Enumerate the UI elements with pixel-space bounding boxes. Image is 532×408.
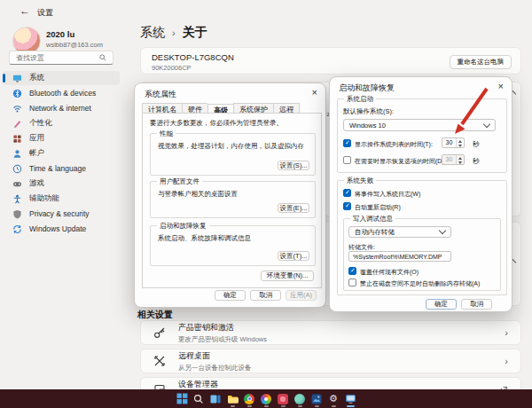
search-input[interactable] <box>14 53 99 63</box>
remote-desktop-icon <box>153 355 166 367</box>
start-button[interactable] <box>176 392 189 405</box>
group-legend: 系统失败 <box>344 177 376 185</box>
os-list-seconds-value: 30 <box>442 138 456 147</box>
color-wheel-icon[interactable] <box>260 392 273 405</box>
brush-icon <box>12 118 22 129</box>
sidebar-item-windows-update[interactable]: Windows Update <box>3 222 120 236</box>
clock-icon <box>12 163 22 174</box>
wifi-icon <box>12 103 22 114</box>
group-legend: 性能 <box>157 129 176 138</box>
user-profiles-settings-button[interactable]: 设置(E)... <box>278 203 309 213</box>
write-event-checkbox[interactable] <box>343 189 351 197</box>
startup-recovery-settings-button[interactable]: 设置(T)... <box>278 251 309 261</box>
sidebar-item-bluetooth-devices[interactable]: Bluetooth & devices <box>3 86 120 100</box>
sidebar-item-label: 个性化 <box>29 118 52 129</box>
chevron-right-icon: › <box>505 327 508 338</box>
cancel-button[interactable]: 取消 <box>461 299 492 310</box>
close-icon[interactable]: × <box>498 82 504 90</box>
spinner-down-icon[interactable] <box>457 143 464 147</box>
running-indicator <box>332 405 336 407</box>
dump-type-value: 自动内存转储 <box>355 228 395 237</box>
photos-icon[interactable] <box>310 392 324 405</box>
performance-settings-button[interactable]: 设置(S)... <box>278 161 309 170</box>
sidebar-item-label: 游戏 <box>29 178 44 189</box>
auto-restart-checkbox[interactable] <box>343 202 351 210</box>
taskbar-search-icon[interactable] <box>192 392 206 405</box>
sidebar-item-personalization[interactable]: 个性化 <box>3 116 120 130</box>
accessibility-icon <box>12 193 22 204</box>
ok-button[interactable]: 确定 <box>215 290 246 301</box>
overwrite-label: 覆盖任何现有文件(O) <box>360 268 419 277</box>
show-os-list-label: 显示操作系统列表的时间(T): <box>355 140 433 149</box>
ok-button[interactable]: 确定 <box>426 299 457 310</box>
environment-variables-button[interactable]: 环境变量(N)... <box>261 271 314 281</box>
recovery-seconds-value: 30 <box>442 155 456 164</box>
system-properties-dialog: 系统属性 × 计算机名硬件高级系统保护远程 要进行大多数更改，你必须作为管理员登… <box>134 82 326 308</box>
group-legend: 启动和故障恢复 <box>157 222 209 231</box>
overwrite-checkbox[interactable] <box>348 267 356 275</box>
chrome-icon[interactable] <box>243 392 256 405</box>
rename-pc-button[interactable]: 重命名这台电脑 <box>450 55 512 69</box>
red-app-icon[interactable] <box>277 392 290 405</box>
chevron-down-icon <box>439 227 446 234</box>
sidebar-item-accounts[interactable]: 帐户 <box>3 146 120 161</box>
sidebar-item-gaming[interactable]: 游戏 <box>3 177 120 191</box>
monitor-icon <box>12 73 22 83</box>
chevron-down-icon <box>483 120 490 127</box>
related-item-product-key[interactable]: 产品密钥和激活 更改产品密钥或升级 Windows › <box>140 320 521 345</box>
settings-gear-icon[interactable]: ⚙ <box>327 392 340 405</box>
group-legend: 系统启动 <box>344 95 376 104</box>
group-system-startup: 系统启动 默认操作系统(S): Windows 10 显示操作系统列表的时间(T… <box>337 98 507 173</box>
sidebar-item-label: 应用 <box>29 133 44 144</box>
group-system-failure: 系统失败 将事件写入系统日志(W) 自动重新启动(R) 写入调试信息 自动内存转… <box>337 180 507 295</box>
sidebar-item-network-internet[interactable]: Network & internet <box>3 101 120 115</box>
sidebar-item-time-language[interactable]: Time & language <box>3 161 120 176</box>
globe-app-icon[interactable] <box>293 392 307 405</box>
related-item-title: 设备管理器 <box>178 379 285 390</box>
settings-app-active-icon[interactable] <box>344 392 357 405</box>
update-arrows-icon <box>12 224 22 234</box>
show-recovery-checkbox[interactable] <box>343 156 351 164</box>
group-desc: 与登录帐户相关的桌面设置 <box>158 190 238 199</box>
dialog-footer: 确定 取消 <box>426 299 492 310</box>
auto-restart-label: 自动重新启动(R) <box>355 203 401 212</box>
group-startup-recovery: 启动和故障恢复 系统启动、系统故障和调试信息 设置(T)... <box>150 225 316 266</box>
file-explorer-icon[interactable] <box>226 392 239 405</box>
no-delete-label: 禁止在磁盘空间不足时自动删除内存转储(A) <box>360 279 480 288</box>
cancel-button[interactable]: 取消 <box>250 290 281 301</box>
sidebar-item-label: Time & language <box>29 164 86 173</box>
task-view-icon[interactable] <box>209 392 223 405</box>
user-name: 2020 lu <box>46 29 74 39</box>
back-icon[interactable]: ← <box>20 4 30 17</box>
app-title: 设置 <box>37 7 53 19</box>
dump-type-dropdown[interactable]: 自动内存转储 <box>348 226 451 238</box>
sidebar-item-system[interactable]: 系统 <box>3 71 120 85</box>
running-indicator <box>315 405 319 407</box>
sidebar-item-privacy-security[interactable]: Privacy & security <box>3 207 120 221</box>
write-event-label: 将事件写入系统日志(W) <box>355 190 420 199</box>
close-icon[interactable]: × <box>312 88 317 97</box>
breadcrumb-root[interactable]: 系统 <box>140 25 165 41</box>
sidebar-item-accessibility[interactable]: 辅助功能 <box>3 192 120 206</box>
sidebar-item-apps[interactable]: 应用 <box>3 131 120 145</box>
no-delete-checkbox[interactable] <box>348 279 356 286</box>
running-indicator <box>247 405 252 407</box>
show-os-list-checkbox[interactable] <box>343 139 351 147</box>
group-legend: 用户配置文件 <box>157 177 202 186</box>
apply-button[interactable]: 应用(A) <box>286 290 317 301</box>
taskbar: ⚙ <box>0 389 532 408</box>
running-indicator <box>231 405 235 407</box>
os-list-seconds-spinner[interactable]: 30 <box>442 137 465 148</box>
settings-titlebar: ← 设置 <box>0 0 532 23</box>
default-os-dropdown[interactable]: Windows 10 <box>343 119 496 131</box>
group-performance: 性能 视觉效果，处理器计划，内存使用，以及虚拟内存 设置(S)... <box>150 133 316 176</box>
dump-file-input[interactable] <box>348 251 451 262</box>
admin-note: 要进行大多数更改，你必须作为管理员登录。 <box>150 119 283 128</box>
default-os-label: 默认操作系统(S): <box>343 107 394 116</box>
search-box[interactable] <box>9 51 113 65</box>
show-recovery-label: 在需要时显示恢复选项的时间(D): <box>355 157 446 166</box>
sidebar: 系统 Bluetooth & devices Network & interne… <box>3 71 120 237</box>
bluetooth-icon <box>12 88 22 98</box>
related-item-remote-desktop[interactable]: 远程桌面 从另一台设备控制此设备 › <box>140 349 521 373</box>
tab-page-advanced: 要进行大多数更改，你必须作为管理员登录。 性能 视觉效果，处理器计划，内存使用，… <box>142 113 322 288</box>
